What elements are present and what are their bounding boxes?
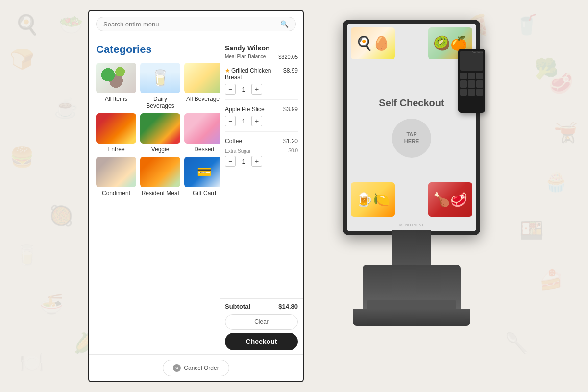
clear-button[interactable]: Clear: [225, 314, 298, 330]
category-dairy[interactable]: 🥛 Dairy Beverages: [140, 63, 180, 109]
checkout-button[interactable]: Checkout: [225, 333, 298, 350]
categories-title: Categories: [96, 43, 213, 56]
category-img-giftcard: 💳: [184, 157, 220, 187]
user-name: Sandy Wilson: [225, 44, 298, 52]
meal-balance-amount: $320.05: [278, 54, 298, 60]
category-img-veggie: [140, 113, 180, 144]
main-container: 🔍 Categories All Items: [0, 0, 588, 392]
kiosk-stand-base: [363, 265, 461, 314]
kiosk-food-bottom-right: 🍗🥩: [428, 182, 472, 217]
kiosk-logo: MENU POINT: [399, 223, 424, 227]
qty-increase-coffee[interactable]: +: [251, 156, 262, 167]
coffee-note: Extra Sugar: [225, 148, 251, 154]
qty-increase-apple-pie[interactable]: +: [251, 116, 262, 126]
order-item-coffee: Coffee $1.20 Extra Sugar $0.0 − 1 +: [225, 138, 298, 172]
category-condiment[interactable]: Condiment: [96, 157, 136, 196]
search-input[interactable]: [103, 21, 280, 28]
keypad-btn-4[interactable]: [460, 80, 467, 87]
category-beverages[interactable]: All Beverages: [184, 63, 220, 109]
tap-here-circle[interactable]: TAPHERE: [392, 119, 431, 158]
category-veggie[interactable]: Veggie: [140, 113, 180, 153]
subtotal-section: Subtotal $14.80 Clear Checkout: [220, 298, 303, 354]
qty-controls-coffee: − 1 +: [225, 156, 298, 167]
search-icon: 🔍: [280, 20, 289, 28]
kiosk-screen-inner: 🍳🥚 🥝🍊 🍺🍋 🍗🥩 Self Checkout TAPHERE: [347, 24, 476, 231]
category-label-entree: Entree: [107, 146, 124, 153]
card-reader-screen: [460, 51, 483, 71]
kiosk-section: 🍳🥚 🥝🍊 🍺🍋 🍗🥩 Self Checkout TAPHERE: [333, 20, 500, 372]
pos-content: Categories All Items 🥛 Dairy Beverages: [89, 39, 303, 354]
subtotal-amount: $14.80: [278, 303, 298, 310]
category-label-veggie: Veggie: [151, 146, 170, 153]
qty-value-chicken: 1: [240, 86, 247, 93]
order-item-name-coffee: Coffee: [225, 138, 283, 145]
kiosk-center-area: Self Checkout TAPHERE: [379, 98, 444, 158]
keypad-btn-5[interactable]: [468, 80, 475, 87]
cancel-section: ✕ Cancel Order: [89, 354, 303, 381]
category-label-resident: Resident Meal: [142, 190, 179, 196]
keypad-btn-2[interactable]: [468, 73, 475, 79]
meal-balance-label: Meal Plan Balance: [225, 54, 266, 60]
kiosk-stand-feet: [353, 309, 470, 326]
category-label-condiment: Condiment: [102, 190, 130, 196]
self-checkout-text: Self Checkout: [379, 98, 444, 109]
qty-controls-apple-pie: − 1 +: [225, 116, 298, 126]
order-item-price-apple-pie: $3.99: [283, 106, 298, 113]
category-img-condiment: [96, 157, 136, 187]
categories-grid: All Items 🥛 Dairy Beverages All Beverage…: [96, 63, 213, 196]
qty-increase-chicken[interactable]: +: [251, 84, 262, 95]
category-entree[interactable]: Entree: [96, 113, 136, 153]
card-reader: Verifone: [458, 49, 485, 113]
order-item-price-coffee: $1.20: [283, 138, 298, 145]
keypad-btn-8[interactable]: [468, 89, 475, 96]
qty-value-coffee: 1: [240, 158, 247, 165]
keypad-btn-9[interactable]: [476, 89, 483, 96]
kiosk-stand-neck: [392, 230, 431, 270]
category-img-entree: [96, 113, 136, 144]
kiosk-food-bottom-left: 🍺🍋: [351, 182, 395, 217]
category-img-all-items: [96, 63, 136, 93]
star-icon-chicken: ★: [225, 67, 230, 74]
keypad-btn-3[interactable]: [476, 73, 483, 79]
keypad-btn-6[interactable]: [476, 80, 483, 87]
qty-decrease-coffee[interactable]: −: [225, 156, 236, 167]
tap-here-label: TAPHERE: [404, 131, 419, 144]
qty-decrease-apple-pie[interactable]: −: [225, 116, 236, 126]
order-item-apple-pie: Apple Pie Slice $3.99 − 1 +: [225, 106, 298, 132]
category-label-all-items: All Items: [105, 96, 127, 102]
kiosk-outer: 🍳🥚 🥝🍊 🍺🍋 🍗🥩 Self Checkout TAPHERE: [333, 20, 500, 372]
subtotal-row: Subtotal $14.80: [225, 303, 298, 310]
card-reader-brand: Verifone: [472, 51, 483, 54]
cancel-order-button[interactable]: ✕ Cancel Order: [163, 360, 229, 376]
order-item-chicken: ★Grilled Chicken Breast $8.99 − 1 +: [225, 67, 298, 100]
category-resident-meal[interactable]: Resident Meal: [140, 157, 180, 196]
category-img-dessert: [184, 113, 220, 144]
category-img-beverages: [184, 63, 220, 93]
cancel-order-label: Cancel Order: [184, 365, 219, 371]
card-reader-keypad: [460, 73, 483, 96]
keypad-btn-7[interactable]: [460, 89, 467, 96]
category-label-giftcard: Gift Card: [193, 190, 216, 196]
category-img-dairy: 🥛: [140, 63, 180, 93]
qty-value-apple-pie: 1: [240, 118, 247, 125]
left-panel: Categories All Items 🥛 Dairy Beverages: [89, 39, 220, 354]
order-items-list: ★Grilled Chicken Breast $8.99 − 1 +: [220, 63, 303, 298]
qty-decrease-chicken[interactable]: −: [225, 84, 236, 95]
keypad-btn-1[interactable]: [460, 73, 467, 79]
right-panel: Sandy Wilson Meal Plan Balance $320.05 ★…: [220, 39, 303, 354]
subtotal-label: Subtotal: [225, 303, 250, 310]
category-label-dairy: Dairy Beverages: [140, 96, 180, 109]
order-item-price-chicken: $8.99: [283, 67, 298, 74]
kiosk-food-top-left: 🍳🥚: [351, 27, 395, 59]
order-item-name-chicken: ★Grilled Chicken Breast: [225, 67, 283, 81]
kiosk-screen[interactable]: 🍳🥚 🥝🍊 🍺🍋 🍗🥩 Self Checkout TAPHERE: [347, 24, 476, 231]
category-gift-card[interactable]: 💳 Gift Card: [184, 157, 220, 196]
category-dessert[interactable]: Dessert: [184, 113, 220, 153]
pos-panel: 🔍 Categories All Items: [88, 10, 304, 382]
category-all-items[interactable]: All Items: [96, 63, 136, 109]
search-bar[interactable]: 🔍: [96, 17, 296, 31]
coffee-note-price: $0.0: [289, 148, 298, 153]
cancel-x-icon: ✕: [173, 364, 181, 372]
category-img-resident: [140, 157, 180, 187]
qty-controls-chicken: − 1 +: [225, 84, 298, 95]
